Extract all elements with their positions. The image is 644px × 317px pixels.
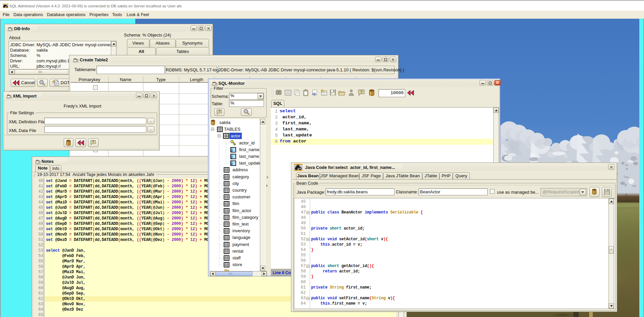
svg-text:?: ? <box>218 110 220 113</box>
svg-text:?: ? <box>92 140 94 144</box>
svg-text:?: ? <box>360 90 363 94</box>
